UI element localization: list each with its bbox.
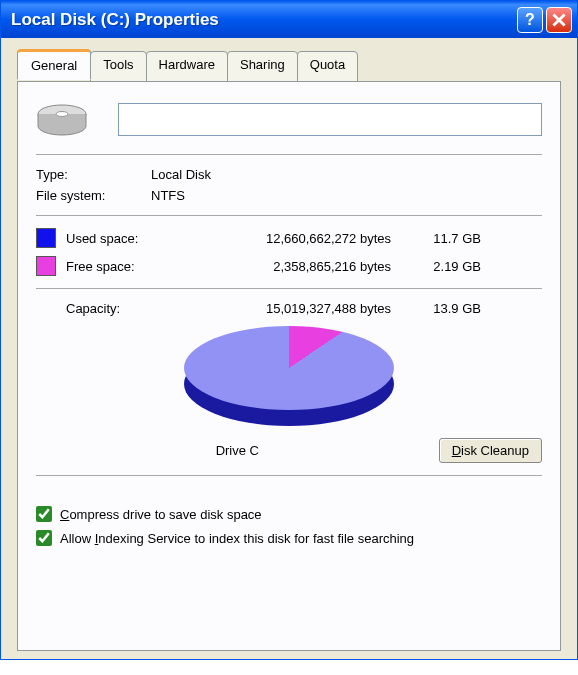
help-button[interactable]: ?: [517, 7, 543, 33]
indexing-label: Allow Indexing Service to index this dis…: [60, 531, 414, 546]
titlebar[interactable]: Local Disk (C:) Properties ?: [1, 1, 577, 38]
capacity-label: Capacity:: [66, 301, 201, 316]
pie-chart: [184, 326, 394, 426]
type-value: Local Disk: [151, 167, 211, 182]
free-gb: 2.19 GB: [391, 259, 481, 274]
indexing-checkbox[interactable]: [36, 530, 52, 546]
tab-tools[interactable]: Tools: [90, 51, 146, 82]
tab-sharing[interactable]: Sharing: [227, 51, 298, 82]
used-label: Used space:: [66, 231, 201, 246]
compress-checkbox[interactable]: [36, 506, 52, 522]
close-button[interactable]: [546, 7, 572, 33]
tab-hardware[interactable]: Hardware: [146, 51, 228, 82]
capacity-bytes: 15,019,327,488 bytes: [201, 301, 391, 316]
disk-cleanup-button[interactable]: DDisk Cleanupisk Cleanup: [439, 438, 542, 463]
close-icon: [552, 13, 566, 27]
free-bytes: 2,358,865,216 bytes: [201, 259, 391, 274]
capacity-gb: 13.9 GB: [391, 301, 481, 316]
window-title: Local Disk (C:) Properties: [11, 10, 517, 30]
disk-icon: [36, 100, 88, 138]
used-gb: 11.7 GB: [391, 231, 481, 246]
svg-point-1: [56, 112, 68, 117]
general-panel: Type: Local Disk File system: NTFS Used …: [17, 81, 561, 651]
indexing-row[interactable]: Allow Indexing Service to index this dis…: [36, 530, 542, 546]
free-swatch: [36, 256, 56, 276]
compress-label: Compress drive to save disk space: [60, 507, 262, 522]
drive-name-input[interactable]: [118, 103, 542, 136]
tab-bar: General Tools Hardware Sharing Quota: [17, 51, 561, 82]
drive-letter-label: Drive C: [36, 443, 439, 458]
type-label: Type:: [36, 167, 151, 182]
free-label: Free space:: [66, 259, 201, 274]
tab-general[interactable]: General: [17, 49, 91, 80]
properties-window: Local Disk (C:) Properties ? General Too…: [0, 0, 578, 660]
used-bytes: 12,660,662,272 bytes: [201, 231, 391, 246]
fs-value: NTFS: [151, 188, 185, 203]
compress-row[interactable]: Compress drive to save disk space Compre…: [36, 506, 542, 522]
fs-label: File system:: [36, 188, 151, 203]
used-swatch: [36, 228, 56, 248]
tab-quota[interactable]: Quota: [297, 51, 358, 82]
